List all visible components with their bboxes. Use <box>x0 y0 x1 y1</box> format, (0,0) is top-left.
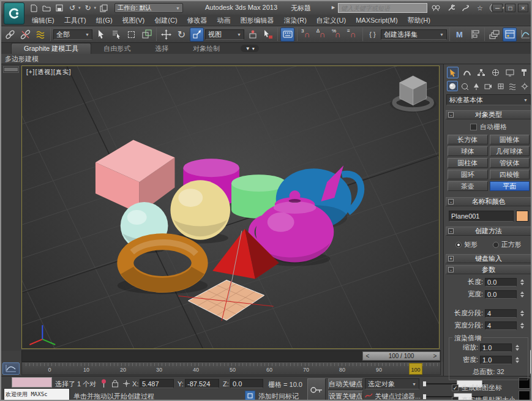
tab-create[interactable] <box>447 67 459 78</box>
curve-editor-button[interactable] <box>518 28 532 42</box>
object-type-button-cone[interactable]: 圆锥体 <box>490 135 530 144</box>
menu-item-tools[interactable]: 工具(T) <box>59 15 91 26</box>
keyboard-shortcut-override-button[interactable] <box>280 28 294 42</box>
ribbon-tab-selection[interactable]: 选择 <box>143 43 181 54</box>
workspace-dropdown[interactable]: 工作台: 默认 ▼ <box>114 3 183 13</box>
select-object-button[interactable] <box>94 28 108 42</box>
use-pivot-center-button[interactable] <box>245 28 260 42</box>
menu-item-modifiers[interactable]: 修改器 <box>182 15 212 26</box>
angle-snap-button[interactable]: ∩∆ <box>315 28 329 42</box>
select-and-scale-button[interactable] <box>190 28 204 42</box>
named-selection-sets-dropdown[interactable]: 创建选择集 ▼ <box>381 29 447 40</box>
wrench-icon[interactable] <box>446 3 455 13</box>
rollout-keyboard-entry-header[interactable]: + 键盘输入 <box>446 254 531 263</box>
object-type-button-pyramid[interactable]: 四棱锥 <box>490 170 530 179</box>
menu-item-group[interactable]: 组(G) <box>91 15 118 26</box>
real-world-map-checkbox[interactable] <box>452 397 459 401</box>
menu-item-rendering[interactable]: 渲染(R) <box>279 15 312 26</box>
object-type-button-cylinder[interactable]: 圆柱体 <box>448 158 488 168</box>
object-type-button-box[interactable]: 长方体 <box>448 135 488 144</box>
length-segs-spinner[interactable] <box>519 310 525 317</box>
open-file-icon[interactable] <box>41 3 52 13</box>
ribbon-tab-object-paint[interactable]: 对象绘制 <box>181 43 232 54</box>
selection-set-dropdown[interactable]: 选定对象 ▼ <box>365 378 419 389</box>
undo-dropdown-icon[interactable]: ▾ <box>78 6 81 10</box>
object-color-swatch[interactable] <box>516 211 528 222</box>
tab-display[interactable] <box>504 67 515 78</box>
ribbon-tab-freeform[interactable]: 自由形式 <box>91 43 143 54</box>
radio-square[interactable]: 正方形 <box>493 240 522 249</box>
menu-item-customize[interactable]: 自定义(U) <box>312 15 351 26</box>
favorites-star-icon[interactable]: ☆ <box>475 3 485 13</box>
object-name-field[interactable]: Plane001 <box>449 211 514 222</box>
view-cube[interactable] <box>390 76 436 113</box>
next-frame-button[interactable]: > <box>430 353 440 359</box>
z-coordinate-field[interactable]: 0.0 <box>230 379 263 388</box>
menu-item-create[interactable]: 创建(C) <box>149 15 182 26</box>
select-and-manipulate-button[interactable] <box>261 28 275 42</box>
time-slider-handle[interactable]: < 100 / 100 > <box>362 351 440 361</box>
isolate-selection-icon[interactable] <box>245 391 255 401</box>
rollout-object-type-header[interactable]: - 对象类型 <box>446 110 531 119</box>
category-lights[interactable] <box>471 81 482 91</box>
object-type-button-tube[interactable]: 管状体 <box>490 158 530 168</box>
minimize-button[interactable]: ─ <box>492 4 503 12</box>
spinner-snap-button[interactable]: ∩≡ <box>346 28 360 42</box>
menu-item-animation[interactable]: 动画 <box>212 15 236 26</box>
perspective-viewport[interactable]: [+][透视][真实] <box>21 66 440 349</box>
communication-icon[interactable] <box>460 3 470 13</box>
previous-frame-button[interactable]: < <box>363 353 372 359</box>
unlink-selection-button[interactable] <box>18 28 32 42</box>
auto-key-button[interactable]: 自动关键点 <box>328 378 363 389</box>
tab-utilities[interactable] <box>519 67 530 78</box>
menu-item-edit[interactable]: 编辑(E) <box>27 15 59 26</box>
torus-object[interactable] <box>118 242 208 294</box>
category-cameras[interactable] <box>483 81 494 91</box>
add-time-tag-text[interactable]: 添加时间标记 <box>258 392 299 401</box>
maxscript-mini-listener-macro[interactable] <box>12 377 52 388</box>
object-type-button-torus[interactable]: 圆环 <box>448 170 488 179</box>
set-keys-button[interactable] <box>307 378 326 401</box>
3dsmax-logo-icon[interactable] <box>4 2 24 24</box>
ribbon-panel-strip[interactable]: 多边形建模 <box>1 54 531 64</box>
close-button[interactable]: × <box>518 4 528 12</box>
graphite-ribbon-toggle-button[interactable] <box>503 28 517 42</box>
snaps-toggle-button[interactable]: ∩3 <box>300 28 314 42</box>
autogrid-checkbox[interactable] <box>470 124 477 130</box>
track-bar-ruler[interactable]: 0 10 20 30 40 50 60 70 80 90 100 <box>21 362 441 375</box>
mini-curve-editor-button[interactable] <box>2 362 20 375</box>
redo-dropdown-icon[interactable]: ▾ <box>94 6 97 10</box>
redo-icon[interactable]: ↻ <box>83 3 94 13</box>
density-spinner[interactable] <box>514 357 520 363</box>
width-segs-field[interactable]: 4 <box>485 321 517 330</box>
category-shapes[interactable] <box>459 81 470 91</box>
maxscript-mini-listener[interactable]: 欢迎使用 MAXSc <box>4 388 70 400</box>
select-and-move-button[interactable] <box>159 28 173 42</box>
rollout-name-color-header[interactable]: - 名称和颜色 <box>446 197 531 206</box>
reference-coordinate-dropdown[interactable]: 视图 ▼ <box>205 29 244 40</box>
percent-snap-button[interactable]: ∩% <box>331 28 345 42</box>
ribbon-minimize-button[interactable]: ▼ ▾ <box>241 45 259 52</box>
object-type-button-plane[interactable]: 平面 <box>490 181 530 191</box>
sphere-yellow-object[interactable] <box>170 180 230 244</box>
viewport-layout-tabs-icon[interactable] <box>3 66 19 73</box>
layer-manager-button[interactable] <box>487 28 501 42</box>
menu-item-help[interactable]: 帮助(H) <box>403 15 435 26</box>
selection-lock-icon[interactable] <box>111 380 119 389</box>
x-coordinate-field[interactable]: 5.487 <box>140 379 174 388</box>
project-folder-icon[interactable] <box>98 3 109 13</box>
rectangular-selection-region-button[interactable] <box>124 28 138 42</box>
generate-mapping-checkbox[interactable]: ✓ <box>452 384 459 391</box>
length-field[interactable]: 0.0 <box>485 278 517 287</box>
ribbon-tab-graphite[interactable]: Graphite 建模工具 <box>11 43 91 54</box>
key-filters-curve-icon[interactable] <box>365 391 373 401</box>
selection-filter-dropdown[interactable]: 全部 ▼ <box>53 29 92 40</box>
absolute-offset-mode-icon[interactable] <box>122 380 130 389</box>
category-space-warps[interactable] <box>508 81 519 91</box>
length-segs-field[interactable]: 4 <box>485 309 517 318</box>
undo-icon[interactable]: ↺ <box>67 3 78 13</box>
width-spinner[interactable] <box>519 291 525 298</box>
tab-hierarchy[interactable] <box>476 67 487 78</box>
category-geometry[interactable] <box>447 81 458 91</box>
category-systems[interactable] <box>519 81 530 91</box>
